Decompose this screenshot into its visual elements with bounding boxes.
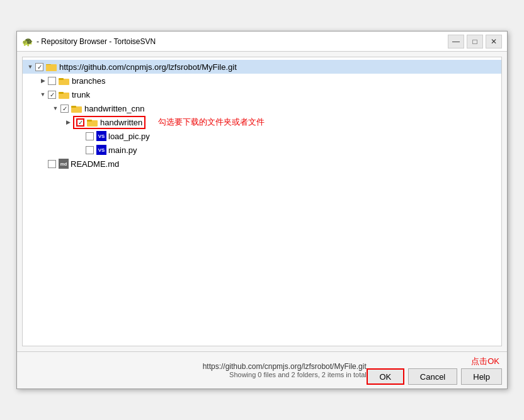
trunk-checkbox[interactable] — [48, 91, 56, 99]
ok-hint: 点击OK — [471, 356, 499, 367]
svg-rect-10 — [87, 120, 92, 122]
ok-button[interactable]: OK — [367, 368, 404, 385]
handwritten-checkbox[interactable] — [76, 118, 84, 127]
root-url: https://github.com/cnpmjs.org/lzfsrobot/… — [59, 62, 237, 72]
branches-expander[interactable] — [38, 76, 48, 86]
repository-tree: https://github.com/cnpmjs.org/lzfsrobot/… — [22, 57, 502, 346]
branches-item[interactable]: branches — [23, 74, 501, 88]
handwritten-highlight: handwritten — [73, 116, 145, 129]
main-py-vs-icon: VS — [96, 145, 106, 155]
main-py-item[interactable]: VS main.py — [23, 143, 501, 157]
trunk-expander[interactable] — [38, 89, 48, 99]
branches-folder-icon — [59, 76, 70, 85]
cancel-button[interactable]: Cancel — [408, 368, 457, 385]
trunk-item[interactable]: trunk — [23, 88, 501, 101]
maximize-button[interactable]: □ — [467, 35, 483, 48]
trunk-folder-icon — [59, 90, 70, 99]
main-window: 🐢 - Repository Browser - TortoiseSVN — □… — [16, 31, 508, 389]
main-py-label: main.py — [108, 145, 137, 155]
handwritten-cnn-item[interactable]: handwritten_cnn — [23, 101, 501, 115]
root-expander[interactable] — [25, 62, 35, 72]
svg-rect-2 — [46, 65, 57, 71]
status-text-area: https://github.com/cnpmjs.org/lzfsrobot/… — [22, 362, 367, 378]
svg-rect-4 — [59, 78, 64, 80]
readme-checkbox[interactable] — [48, 160, 56, 168]
close-button[interactable]: ✕ — [486, 35, 502, 48]
handwritten-cnn-checkbox[interactable] — [60, 105, 69, 113]
handwritten-cnn-expander[interactable] — [50, 103, 60, 113]
handwritten-cnn-label: handwritten_cnn — [84, 104, 144, 113]
load-pic-checkbox[interactable] — [86, 132, 94, 140]
root-checkbox[interactable] — [35, 63, 43, 71]
help-button[interactable]: Help — [461, 368, 502, 385]
handwritten-label: handwritten — [100, 118, 142, 127]
branches-label: branches — [72, 76, 105, 86]
branches-checkbox[interactable] — [48, 77, 56, 85]
svg-rect-6 — [59, 92, 64, 94]
load-pic-label: load_pic.py — [108, 132, 150, 141]
status-bar: https://github.com/cnpmjs.org/lzfsrobot/… — [17, 351, 507, 389]
svg-rect-8 — [71, 106, 76, 108]
app-icon: 🐢 — [22, 37, 33, 47]
readme-file-icon: md — [59, 159, 69, 169]
status-info: Showing 0 files and 2 folders, 2 items i… — [22, 371, 367, 378]
root-folder-icon — [46, 62, 57, 71]
status-url: https://github.com/cnpmjs.org/lzfsrobot/… — [22, 362, 367, 371]
bottom-buttons: OK Cancel Help — [367, 368, 502, 385]
load-pic-item[interactable]: VS load_pic.py — [23, 129, 501, 143]
readme-label: README.md — [71, 159, 119, 169]
load-pic-vs-icon: VS — [96, 131, 106, 141]
title-bar: 🐢 - Repository Browser - TortoiseSVN — □… — [17, 31, 507, 52]
handwritten-expander[interactable] — [63, 117, 73, 127]
check-hint: 勾选要下载的文件夹或者文件 — [158, 116, 265, 128]
main-py-checkbox[interactable] — [86, 146, 94, 154]
title-bar-left: 🐢 - Repository Browser - TortoiseSVN — [22, 37, 156, 47]
readme-item[interactable]: md README.md — [23, 157, 501, 171]
title-bar-controls: — □ ✕ — [448, 35, 502, 48]
window-title: - Repository Browser - TortoiseSVN — [37, 37, 156, 46]
handwritten-folder-icon — [87, 118, 98, 127]
trunk-label: trunk — [72, 90, 90, 99]
tree-root-item[interactable]: https://github.com/cnpmjs.org/lzfsrobot/… — [23, 60, 501, 74]
handwritten-item[interactable]: handwritten 勾选要下载的文件夹或者文件 — [23, 115, 501, 129]
minimize-button[interactable]: — — [448, 35, 464, 48]
handwritten-cnn-folder-icon — [71, 104, 83, 113]
